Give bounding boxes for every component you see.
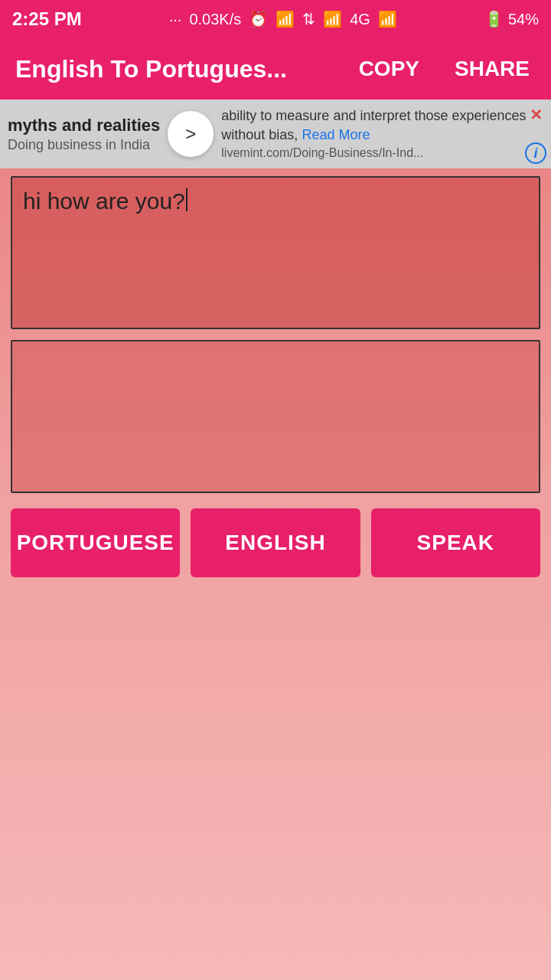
ad-read-more[interactable]: Read More <box>302 127 370 142</box>
ad-body-text: ability to measure and interpret those e… <box>221 108 526 142</box>
signal-dots: ··· <box>169 11 182 28</box>
status-right: 🔋 54% <box>484 10 539 28</box>
ad-close-button[interactable]: ✕ <box>525 104 546 126</box>
status-bar: 2:25 PM ··· 0.03K/s ⏰ 📶 ⇅ 📶 4G 📶 🔋 54% <box>0 0 551 38</box>
toolbar: English To Portugues... COPY SHARE <box>0 38 551 100</box>
ad-info-button[interactable]: i <box>525 142 546 164</box>
data-transfer-icon: ⇅ <box>302 10 315 28</box>
network-type: 4G <box>350 11 370 28</box>
input-box[interactable]: hi how are you? <box>11 176 540 329</box>
status-center: ··· 0.03K/s ⏰ 📶 ⇅ 📶 4G 📶 <box>169 10 397 28</box>
signal-icon2: 📶 <box>378 10 397 28</box>
action-buttons: PORTUGUESE ENGLISH SPEAK <box>11 508 540 577</box>
ad-url: livemint.com/Doing-Business/In-Ind... <box>221 145 543 162</box>
battery-percent: 54% <box>508 11 539 28</box>
portuguese-button[interactable]: PORTUGUESE <box>11 508 180 577</box>
ad-right-section: ability to measure and interpret those e… <box>214 106 543 162</box>
ad-title: myths and realities <box>8 115 160 137</box>
text-cursor <box>186 188 187 211</box>
status-time: 2:25 PM <box>12 8 82 30</box>
alarm-icon: ⏰ <box>249 10 268 28</box>
speak-button[interactable]: SPEAK <box>371 508 540 577</box>
ad-arrow-button[interactable]: > <box>168 111 214 157</box>
battery-icon: 🔋 <box>484 10 504 28</box>
signal-icon: 📶 <box>323 10 342 28</box>
input-text: hi how are you? <box>23 188 185 214</box>
copy-button[interactable]: COPY <box>353 51 425 87</box>
share-button[interactable]: SHARE <box>448 51 536 87</box>
english-button[interactable]: ENGLISH <box>191 508 360 577</box>
output-box <box>11 340 540 493</box>
wifi-icon: 📶 <box>276 10 295 28</box>
app-title: English To Portugues... <box>15 55 330 83</box>
ad-left-section: myths and realities Doing business in In… <box>8 115 168 153</box>
main-content: hi how are you? PORTUGUESE ENGLISH SPEAK <box>0 168 551 600</box>
ad-banner: myths and realities Doing business in In… <box>0 100 551 168</box>
network-speed: 0.03K/s <box>189 11 241 28</box>
ad-subtitle: Doing business in India <box>8 137 160 153</box>
